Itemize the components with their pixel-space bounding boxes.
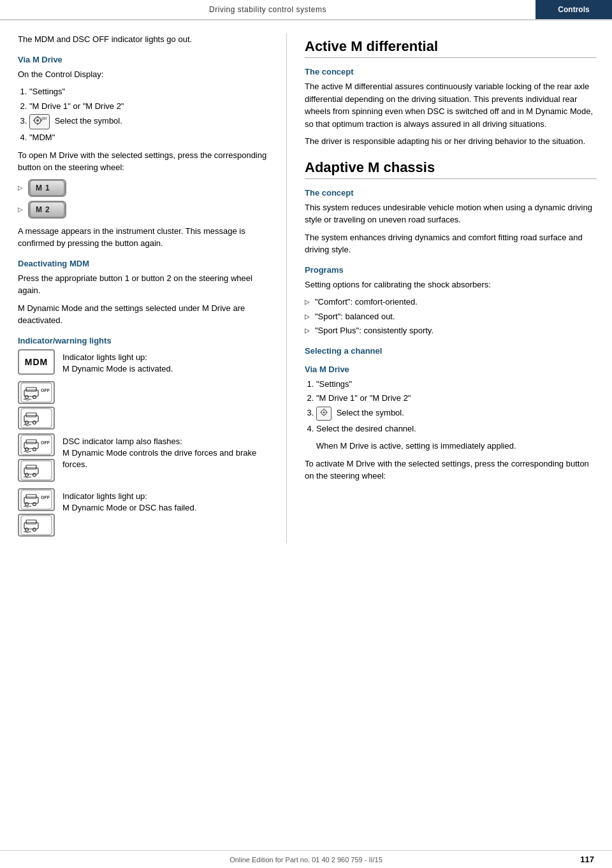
sel-step-3: Select the symbol. bbox=[316, 407, 597, 421]
m-drive-note: To open M Drive with the selected settin… bbox=[18, 149, 271, 174]
gear-off-icon: OFF bbox=[29, 114, 50, 129]
fail-off-icon: OFF bbox=[18, 488, 55, 511]
footer-text: Online Edition for Part no. 01 40 2 960 … bbox=[229, 856, 382, 864]
indicator-row-fail: OFF Indicator lights light up: M bbox=[18, 488, 271, 537]
selecting-channel-title: Selecting a channel bbox=[305, 346, 597, 356]
svg-text:M: M bbox=[36, 205, 43, 214]
deactivating-mdm-title: Deactivating MDM bbox=[18, 259, 271, 268]
right-column: Active M differential The concept The ac… bbox=[287, 33, 612, 543]
page-number: 117 bbox=[580, 855, 594, 864]
m1-button: M 1 bbox=[28, 179, 66, 197]
mdm-icon: MDM bbox=[18, 349, 55, 375]
svg-text:OFF: OFF bbox=[41, 117, 47, 120]
dsc-car-icon bbox=[18, 407, 55, 430]
svg-point-39 bbox=[33, 502, 36, 505]
gear-sym-icon bbox=[316, 407, 332, 421]
via-m-drive-title: Via M Drive bbox=[18, 55, 271, 64]
svg-point-1 bbox=[36, 119, 39, 122]
programs-list: "Comfort": comfort-oriented. "Sport": ba… bbox=[305, 296, 597, 337]
svg-text:1: 1 bbox=[45, 184, 50, 192]
svg-rect-15 bbox=[26, 387, 36, 391]
svg-text:2: 2 bbox=[45, 205, 50, 214]
svg-text:M: M bbox=[36, 184, 43, 192]
svg-text:OFF: OFF bbox=[41, 495, 50, 500]
intro-text: The MDM and DSC OFF indicator lights go … bbox=[18, 33, 271, 46]
svg-text:OFF: OFF bbox=[41, 388, 50, 393]
svg-point-44 bbox=[26, 528, 29, 531]
fail-icons: OFF bbox=[18, 488, 55, 537]
header-section-title: Driving stability control systems bbox=[0, 5, 536, 14]
sel-step-4: Select the desired channel. bbox=[316, 423, 597, 435]
svg-text:OFF: OFF bbox=[41, 440, 50, 445]
deactivating-para1: Press the appropriate button 1 or button… bbox=[18, 272, 271, 297]
main-content: The MDM and DSC OFF indicator lights go … bbox=[0, 20, 612, 556]
dsc-flash-off-icon: OFF bbox=[18, 433, 55, 456]
programs-intro: Setting options for calibrating the shoc… bbox=[305, 278, 597, 291]
on-control-display: On the Control Display: bbox=[18, 68, 271, 81]
adaptive-m-para1: This system reduces undesirable vehicle … bbox=[305, 201, 597, 226]
active-m-para1: The active M differential assures contin… bbox=[305, 80, 597, 130]
program-comfort: "Comfort": comfort-oriented. bbox=[305, 296, 597, 308]
m1-button-row: ▷ M 1 bbox=[18, 179, 271, 197]
indicator-row-mdm: MDM Indicator lights light up: M Dynamic… bbox=[18, 349, 271, 375]
mdm-indicator-text: Indicator lights light up: M Dynamic Mod… bbox=[62, 349, 173, 375]
dsc-flash-car-icon bbox=[18, 459, 55, 482]
concept-title-1: The concept bbox=[305, 67, 597, 76]
indicator-title: Indicator/warning lights bbox=[18, 336, 271, 345]
selecting-via-m-drive-title: Via M Drive bbox=[305, 365, 597, 374]
arrow-icon: ▷ bbox=[18, 184, 23, 191]
dsc-car-off-icon: OFF bbox=[18, 381, 55, 404]
svg-rect-32 bbox=[26, 465, 36, 469]
program-sport-plus: "Sport Plus": consistently sporty. bbox=[305, 324, 597, 337]
m2-button: M 2 bbox=[28, 201, 66, 219]
dsc-flash-text: DSC indicator lamp also flashes: M Dynam… bbox=[62, 433, 271, 471]
svg-rect-21 bbox=[26, 413, 36, 417]
dsc-flash-icons: OFF bbox=[18, 433, 55, 482]
dsc-off-icons: OFF bbox=[18, 381, 55, 430]
svg-rect-43 bbox=[26, 520, 36, 524]
step-4: "MDM" bbox=[29, 131, 271, 144]
selecting-note2: To activate M Drive with the selected se… bbox=[305, 458, 597, 482]
header-chapter-title: Controls bbox=[536, 0, 612, 19]
active-m-diff-title: Active M differential bbox=[305, 38, 597, 58]
svg-point-23 bbox=[33, 421, 36, 424]
deactivating-para2: M Dynamic Mode and the settings selected… bbox=[18, 302, 271, 327]
sel-step-1: "Settings" bbox=[316, 378, 597, 391]
program-sport: "Sport": balanced out. bbox=[305, 310, 597, 323]
arrow-icon-2: ▷ bbox=[18, 206, 23, 213]
selecting-note1: When M Drive is active, setting is immed… bbox=[316, 440, 597, 452]
svg-point-27 bbox=[26, 447, 29, 451]
svg-point-28 bbox=[33, 447, 36, 451]
svg-rect-26 bbox=[26, 440, 36, 444]
svg-point-34 bbox=[33, 473, 36, 476]
adaptive-m-para2: The system enhances driving dynamics and… bbox=[305, 231, 597, 256]
svg-point-33 bbox=[26, 473, 29, 476]
selecting-steps: "Settings" "M Drive 1" or "M Drive 2" Se… bbox=[316, 378, 597, 435]
step-3: OFF Select the symbol. bbox=[29, 114, 271, 129]
indicator-row-dsc-flash: OFF DSC indicator lamp also flashes: bbox=[18, 433, 271, 482]
adaptive-m-chassis-title: Adaptive M chassis bbox=[305, 159, 597, 179]
page-header: Driving stability control systems Contro… bbox=[0, 0, 612, 20]
step-2: "M Drive 1" or "M Drive 2" bbox=[29, 100, 271, 113]
svg-point-22 bbox=[26, 421, 29, 424]
svg-rect-37 bbox=[26, 495, 36, 498]
fail-car-icon bbox=[18, 514, 55, 537]
left-column: The MDM and DSC OFF indicator lights go … bbox=[0, 33, 287, 543]
svg-point-45 bbox=[33, 528, 36, 531]
svg-point-47 bbox=[323, 411, 325, 413]
sel-step-2: "M Drive 1" or "M Drive 2" bbox=[316, 392, 597, 405]
via-m-drive-steps: "Settings" "M Drive 1" or "M Drive 2" OF… bbox=[29, 85, 271, 144]
programs-title: Programs bbox=[305, 265, 597, 275]
m2-button-row: ▷ M 2 bbox=[18, 201, 271, 219]
step-1: "Settings" bbox=[29, 85, 271, 98]
active-m-para2: The driver is responsible adapting his o… bbox=[305, 135, 597, 148]
svg-point-17 bbox=[33, 395, 36, 398]
svg-point-38 bbox=[26, 502, 29, 505]
fail-text: Indicator lights light up: M Dynamic Mod… bbox=[62, 488, 196, 514]
page-footer: Online Edition for Part no. 01 40 2 960 … bbox=[0, 850, 612, 868]
svg-point-16 bbox=[26, 395, 29, 398]
instrument-note: A message appears in the instrument clus… bbox=[18, 225, 271, 250]
indicator-row-dsc-off-pair: OFF bbox=[18, 381, 271, 430]
concept-title-2: The concept bbox=[305, 188, 597, 198]
